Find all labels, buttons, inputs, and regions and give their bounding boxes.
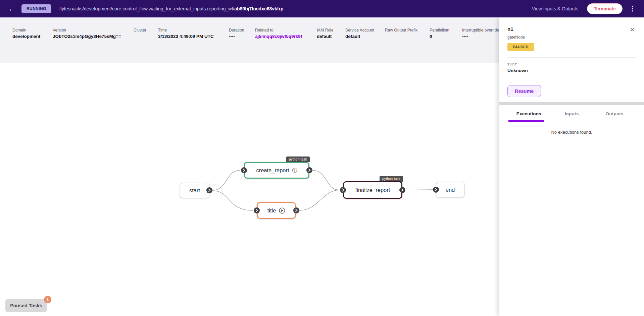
resume-button[interactable]: Resume <box>507 85 541 97</box>
meta-value: ---- <box>462 34 499 39</box>
back-button[interactable]: ← <box>7 4 17 14</box>
info-icon[interactable]: ⓘ <box>292 167 297 174</box>
node-label: title <box>267 207 276 214</box>
tab-executions[interactable]: Executions <box>507 105 550 122</box>
task-type-tag: python-task <box>380 176 403 182</box>
node-label: create_report <box>256 167 289 174</box>
port-create-report-in[interactable] <box>241 167 247 173</box>
graph-node-end[interactable]: end <box>436 182 464 197</box>
close-panel-button[interactable]: ✕ <box>629 26 636 34</box>
meta-label: Domain <box>12 28 40 33</box>
tab-inputs[interactable]: Inputs <box>550 105 593 122</box>
breadcrumb-path: flytesnacks/development/core.control_flo… <box>59 6 234 11</box>
meta-label: Parallelism <box>430 28 449 33</box>
port-end-in[interactable] <box>433 187 439 193</box>
meta-value: development <box>12 34 40 39</box>
graph-node-title[interactable]: title <box>257 202 296 219</box>
graph-node-start[interactable]: start <box>180 183 209 198</box>
terminate-button[interactable]: Terminate <box>587 3 623 14</box>
meta-value: default <box>345 34 374 39</box>
meta-value: default <box>317 34 333 39</box>
breadcrumb-execution-id: ab89bj7lncdxc68vkfrp <box>234 6 283 11</box>
meta-label: Interruptible override <box>462 28 499 33</box>
meta-value <box>385 34 417 39</box>
node-id-title: n1 <box>507 26 636 32</box>
meta-field-parallelism: Parallelism 0 <box>430 28 449 39</box>
divider <box>507 79 636 79</box>
node-kind: gateNode <box>507 35 636 40</box>
meta-field-related-to: Related to aj5lmqq8c6jwf5q9rk9f <box>255 28 302 39</box>
meta-label: Raw Output Prefix <box>385 28 417 33</box>
meta-label: Cluster <box>134 28 146 33</box>
empty-executions-message: No executions found. <box>499 130 644 135</box>
panel-header: n1 gateNode ✕ <box>499 17 644 40</box>
back-arrow-icon: ← <box>8 4 15 13</box>
meta-value: 3/13/2023 4:49:09 PM UTC <box>158 34 214 39</box>
type-label: TYPE <box>507 63 636 67</box>
node-details-panel: n1 gateNode ✕ PAUSED TYPE Unknown Resume… <box>499 17 644 316</box>
meta-value: JObTO2s1m4pGgy3He75sMg== <box>53 34 121 39</box>
port-finalize-report-in[interactable] <box>340 187 346 193</box>
meta-field-iam-role: IAM Role default <box>317 28 333 39</box>
graph-edges <box>0 63 500 316</box>
meta-field-time: Time 3/13/2023 4:49:09 PM UTC <box>158 28 214 39</box>
meta-field-interruptible-override: Interruptible override ---- <box>462 28 499 39</box>
execution-topbar: ← RUNNING flytesnacks/development/core.c… <box>0 0 644 17</box>
type-value: Unknown <box>507 68 636 73</box>
more-options-button[interactable]: ⋮ <box>628 4 637 14</box>
type-section: TYPE Unknown <box>499 58 644 73</box>
meta-field-version: Version JObTO2s1m4pGgy3He75sMg== <box>53 28 121 39</box>
node-label: finalize_report <box>355 187 390 193</box>
node-label: end <box>446 187 455 193</box>
breadcrumb: flytesnacks/development/core.control_flo… <box>59 6 532 11</box>
graph-node-create-report[interactable]: create_report ⓘ <box>244 162 309 179</box>
port-finalize-report-out[interactable] <box>399 187 405 193</box>
meta-label: IAM Role <box>317 28 333 33</box>
meta-field-cluster: Cluster <box>134 28 146 39</box>
port-title-out[interactable] <box>293 207 299 213</box>
meta-field-domain: Domain development <box>12 28 40 39</box>
kebab-icon: ⋮ <box>630 5 636 12</box>
meta-field-duration: Duration ---- <box>229 28 244 39</box>
tab-outputs[interactable]: Outputs <box>593 105 636 122</box>
meta-label: Version <box>53 28 121 33</box>
play-icon[interactable] <box>279 207 285 214</box>
execution-status-badge: RUNNING <box>21 4 51 13</box>
meta-value <box>134 34 146 39</box>
meta-label: Related to <box>255 28 302 33</box>
graph-node-finalize-report[interactable]: finalize_report <box>343 181 402 199</box>
meta-value: 0 <box>430 34 449 39</box>
close-icon: ✕ <box>630 26 635 33</box>
flyte-console: ← RUNNING flytesnacks/development/core.c… <box>0 0 644 316</box>
related-execution-link[interactable]: aj5lmqq8c6jwf5q9rk9f <box>255 34 302 39</box>
port-start-out[interactable] <box>206 187 212 193</box>
task-type-tag: python-task <box>286 156 310 162</box>
node-status-badge: PAUSED <box>507 43 534 51</box>
meta-label: Service Account <box>345 28 374 33</box>
meta-field-service-account: Service Account default <box>345 28 374 39</box>
meta-label: Duration <box>229 28 244 33</box>
panel-section-divider <box>499 102 644 105</box>
view-inputs-outputs-link[interactable]: View Inputs & Outputs <box>532 6 578 11</box>
port-create-report-out[interactable] <box>306 167 312 173</box>
panel-tabs: Executions Inputs Outputs <box>499 105 644 122</box>
meta-field-raw-output-prefix: Raw Output Prefix <box>385 28 417 39</box>
meta-label: Time <box>158 28 214 33</box>
port-title-in[interactable] <box>254 207 260 213</box>
meta-value: ---- <box>229 34 244 39</box>
node-label: start <box>189 187 200 194</box>
